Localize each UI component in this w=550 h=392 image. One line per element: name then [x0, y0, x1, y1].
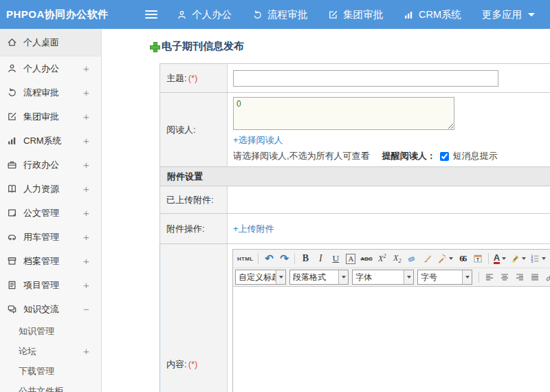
sidebar-item-label: 个人办公	[23, 63, 83, 75]
align-left-icon[interactable]	[482, 270, 497, 285]
sidebar-item-label: 档案管理	[23, 255, 83, 268]
button-label: ↷	[280, 252, 289, 265]
ordered-list-icon[interactable]: 123	[528, 251, 548, 266]
expand-plus-icon[interactable]: +	[83, 345, 101, 357]
highlight-color-icon	[510, 254, 520, 263]
expand-plus-icon[interactable]: +	[83, 279, 101, 291]
sidebar-item-admin-office[interactable]: 行政办公+	[0, 153, 101, 177]
quick-format-icon	[437, 254, 447, 263]
nav-label: 更多应用	[482, 8, 522, 21]
hamburger-menu-icon[interactable]	[145, 10, 157, 19]
readers-label: 阅读人:	[160, 93, 228, 166]
expand-plus-icon[interactable]: +	[83, 135, 101, 146]
underline-button[interactable]: U	[328, 251, 343, 266]
redo-button[interactable]: ↷	[276, 251, 292, 266]
subscript-button[interactable]: X2	[390, 251, 405, 266]
sms-notice-label: 短消息提示	[453, 150, 498, 162]
paste-as-text-icon[interactable]: T	[470, 251, 485, 266]
sidebar-item-project-mgmt[interactable]: 项目管理+	[0, 273, 101, 297]
button-label: X2	[393, 253, 401, 264]
uploaded-attachments-label: 已上传附件:	[160, 186, 228, 213]
font-size-select[interactable]: 字号	[417, 270, 472, 285]
eraser-icon[interactable]	[405, 251, 420, 266]
font-color-button[interactable]: A	[492, 251, 508, 266]
select-readers-link[interactable]: +选择阅读人	[233, 135, 283, 145]
expand-plus-icon[interactable]: +	[83, 183, 101, 195]
top-header-bar: PHPOA协同办公软件 个人办公流程审批集团审批CRM系统更多应用	[0, 0, 550, 29]
source-code-button[interactable]: HTML	[235, 251, 255, 266]
chevron-down-icon	[449, 257, 453, 260]
quick-format-icon[interactable]	[435, 251, 455, 266]
sidebar-item-crm-system[interactable]: CRM系统+	[0, 129, 101, 153]
justify-icon[interactable]	[527, 270, 542, 285]
superscript-button[interactable]: X2	[375, 251, 390, 266]
highlight-color-icon[interactable]	[508, 251, 528, 266]
user-icon	[177, 10, 187, 20]
nav-workflow-approval[interactable]: 流程审批	[252, 8, 307, 21]
sidebar-item-human-resources[interactable]: 人力资源+	[0, 177, 101, 201]
align-center-icon[interactable]	[497, 270, 512, 285]
expand-plus-icon[interactable]: +	[83, 159, 101, 171]
sidebar-item-personal-office[interactable]: 个人办公+	[0, 56, 101, 80]
italic-button[interactable]: I	[313, 251, 328, 266]
sidebar-item-document-mgmt[interactable]: 公文管理+	[0, 201, 101, 225]
button-label: X2	[378, 253, 386, 264]
readers-textarea[interactable]: 0	[233, 97, 454, 130]
editor-content-area[interactable]	[233, 287, 550, 392]
car-icon	[7, 232, 17, 242]
font-style-button[interactable]: A	[343, 251, 358, 266]
paste-as-text-icon: T	[473, 254, 483, 263]
font-family-select[interactable]: 字体	[352, 270, 414, 285]
format-painter-icon[interactable]	[420, 251, 435, 266]
link-icon[interactable]	[542, 270, 550, 285]
nav-personal-office[interactable]: 个人办公	[177, 8, 232, 21]
expand-plus-icon[interactable]: +	[83, 255, 101, 267]
sidebar-item-public-file-cabinet[interactable]: 公共文件柜	[0, 381, 101, 392]
nav-more-apps[interactable]: 更多应用	[482, 8, 535, 21]
sidebar-item-personal-desktop[interactable]: 个人桌面	[0, 29, 101, 56]
blockquote-button[interactable]: 66	[455, 251, 470, 266]
chevron-down-icon	[502, 257, 506, 260]
align-right-icon[interactable]	[512, 270, 527, 285]
expand-plus-icon[interactable]: +	[83, 87, 101, 98]
book-icon	[7, 184, 17, 194]
readers-hint-text: 请选择阅读人,不选为所有人可查看	[233, 150, 370, 162]
paragraph-format-select[interactable]: 段落格式	[289, 270, 349, 285]
chart-icon	[404, 10, 414, 20]
undo-button[interactable]: ↶	[261, 251, 276, 266]
strikethrough-button[interactable]: ABC	[358, 251, 374, 266]
collapse-minus-icon[interactable]: −	[83, 303, 101, 315]
chevron-down-icon	[404, 270, 413, 284]
upload-attachment-link[interactable]: +上传附件	[233, 223, 274, 235]
nav-group-approval[interactable]: 集团审批	[328, 8, 383, 21]
archive-icon	[7, 256, 17, 266]
attachment-action-row: 附件操作: +上传附件	[160, 214, 550, 244]
sms-notice-checkbox[interactable]	[440, 152, 449, 161]
uploaded-attachments-value	[228, 186, 550, 213]
sidebar-item-archive-mgmt[interactable]: 档案管理+	[0, 249, 101, 273]
expand-plus-icon[interactable]: +	[83, 207, 101, 219]
sidebar-item-vehicle-mgmt[interactable]: 用车管理+	[0, 225, 101, 249]
chat-icon	[7, 304, 17, 314]
sidebar-item-download-mgmt[interactable]: 下载管理	[0, 361, 101, 381]
link-icon	[545, 272, 550, 282]
sidebar-item-workflow-approval[interactable]: 流程审批+	[0, 80, 101, 105]
sidebar-item-forum[interactable]: 论坛+	[0, 341, 101, 361]
custom-title-select[interactable]: 自定义标题	[235, 270, 286, 285]
nav-crm-system[interactable]: CRM系统	[404, 8, 461, 21]
bold-button[interactable]: B	[298, 251, 313, 266]
expand-plus-icon[interactable]: +	[83, 111, 101, 122]
doc-icon	[7, 208, 17, 218]
expand-plus-icon[interactable]: +	[83, 63, 101, 74]
sidebar-item-group-approval[interactable]: 集团审批+	[0, 105, 101, 129]
edit-icon	[328, 10, 338, 20]
sidebar-item-label: CRM系统	[23, 135, 83, 147]
toolbar-separator	[488, 253, 489, 264]
align-left-icon	[485, 272, 494, 282]
expand-plus-icon[interactable]: +	[83, 231, 101, 243]
subject-input[interactable]	[233, 70, 498, 87]
uploaded-attachments-row: 已上传附件:	[160, 186, 550, 214]
eraser-icon	[408, 254, 417, 263]
sidebar-item-knowledge-mgmt[interactable]: 知识管理	[0, 321, 101, 341]
sidebar-item-knowledge-exchange[interactable]: 知识交流−	[0, 297, 101, 321]
